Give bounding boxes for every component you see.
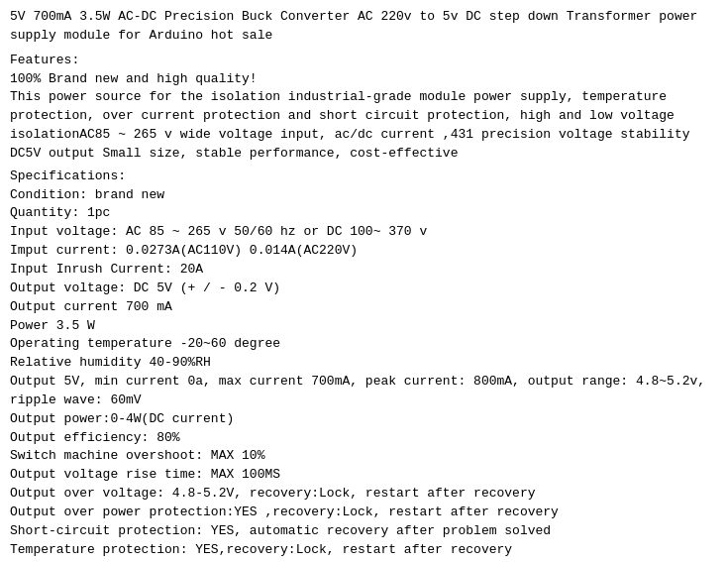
features-section: Features: 100% Brand new and high qualit…: [10, 52, 718, 164]
product-page: 5V 700mA 3.5W AC-DC Precision Buck Conve…: [10, 8, 718, 562]
specs-header: Specifications:: [10, 168, 718, 186]
features-body: 100% Brand new and high quality! This po…: [10, 70, 718, 164]
specifications-section: Specifications: Condition: brand new Qua…: [10, 168, 718, 562]
features-header: Features:: [10, 52, 718, 70]
product-title: 5V 700mA 3.5W AC-DC Precision Buck Conve…: [10, 8, 718, 46]
specs-body: Condition: brand new Quantity: 1pc Input…: [10, 186, 718, 562]
